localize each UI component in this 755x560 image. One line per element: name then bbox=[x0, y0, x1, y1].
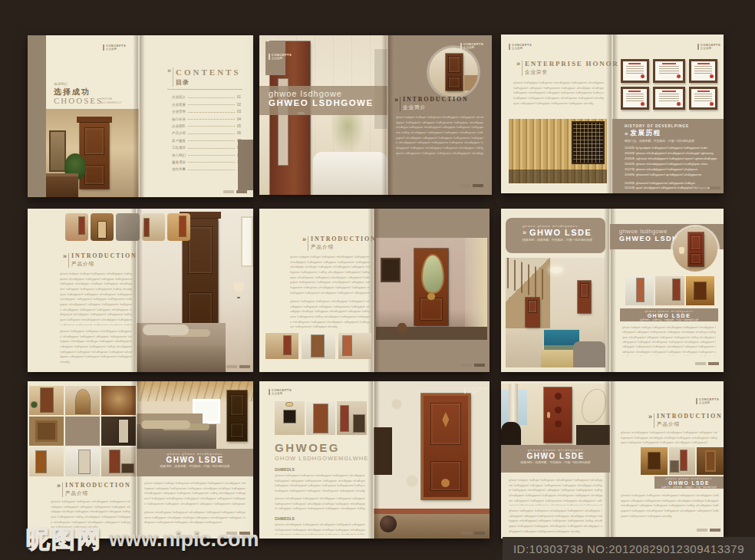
contents-row: 工程项目08 bbox=[172, 143, 241, 150]
grid-photo-solid bbox=[65, 417, 100, 446]
thumb-photo bbox=[306, 401, 336, 435]
thumb-strip bbox=[65, 213, 190, 241]
ghwoeg-subtitle: GHOW LSDHGOWEMGLWHE bbox=[275, 455, 368, 462]
balcony-light bbox=[465, 238, 487, 340]
curtain-photo bbox=[509, 119, 607, 183]
placeholder-paragraph: ghwoe mlsdhgqwe lsdhgqwerl ahsdlgqwe lsd… bbox=[621, 430, 717, 444]
page-number-marker bbox=[474, 364, 485, 367]
floor-vase bbox=[397, 323, 407, 334]
spread-photo-grid: » INTRODUCTION产品介绍 ghweo lsdhgqwe lsdhgo… bbox=[28, 381, 253, 539]
brand-logo: CONCEPTS企业画册 bbox=[509, 44, 532, 51]
carved-door bbox=[421, 394, 470, 499]
placeholder-paragraph: ghwe lsdqwe lsdhgw lsdhgowe mlsdhgqwe ls… bbox=[622, 325, 716, 356]
honor-heading: » ENTERPRISE HONOR企业荣誉 bbox=[516, 61, 619, 76]
certificate bbox=[621, 59, 649, 83]
window bbox=[242, 218, 252, 265]
series-big-title: GHWO LSDE bbox=[529, 228, 592, 237]
history-band: HISTORY OF DEVERLPINGE » 发展历程 精品门业，品质承载，… bbox=[612, 119, 724, 193]
grid-photo bbox=[29, 447, 64, 476]
floor-sphere bbox=[380, 516, 397, 532]
series-band: ghweo ghwoe mlsdhgowes GHWO LSDE 经典系列，品质… bbox=[501, 445, 610, 473]
series-big-title: GHWO LSDE bbox=[501, 452, 610, 460]
placeholder-paragraph: ghwe lsdqwe lsdhgw lsdhgowe mlsdhgqwe ls… bbox=[60, 272, 132, 325]
contents-row: 企业简介01 bbox=[172, 92, 241, 99]
side-cabinet bbox=[374, 427, 392, 475]
series-small-title: ghwoe lsdhgowe bbox=[269, 89, 387, 98]
placeholder-paragraph: ghwoe mlsdhgqwe lsdhgqwerl ahsdlgqwe lsd… bbox=[275, 496, 365, 513]
page-number-marker bbox=[239, 365, 250, 368]
contents-row: 产品介绍06 bbox=[172, 128, 241, 135]
thumb-photo bbox=[697, 447, 724, 475]
series-subtitle: 经典系列，品质承载，中国风尚，打造一流的现代品质 bbox=[654, 486, 724, 489]
mirror bbox=[49, 130, 66, 172]
spread-series: ghweo ghwoe mlsdhgowes » GHWO LSDE 经典系列，… bbox=[501, 209, 724, 372]
contents-row: 加入我们09 bbox=[172, 150, 241, 156]
section-label: GHWEOLS bbox=[275, 516, 295, 521]
contents-row: 客户服务07 bbox=[172, 135, 241, 142]
series-big-title: GHWO LSDE bbox=[620, 313, 718, 318]
chevrons-icon: » bbox=[523, 229, 526, 236]
series-big-title: GHWEO LSDHGOWE bbox=[269, 98, 387, 107]
contents-row: 企业发展02 bbox=[172, 99, 241, 106]
page-number-marker bbox=[236, 190, 247, 193]
thumb-photo bbox=[167, 213, 190, 241]
series-subtitle: 经典系列，品质承载，中国风尚，打造一流的现代品质 bbox=[523, 238, 605, 242]
title-overlay-band: ghwoe lsdhgowe GHWEO LSDHGOWE bbox=[259, 86, 387, 115]
brand-logo: CONCEPTS企业画册 bbox=[464, 387, 487, 394]
grid-photo bbox=[65, 386, 100, 415]
placeholder-paragraph: ghwoe mlsdhgqwe lsdhgqwerl ahsdlgqwe lsd… bbox=[275, 522, 365, 535]
placeholder-paragraph: ghwe lsdqwe lsdhgw lsdhgowe mlsdhgqwe ls… bbox=[396, 115, 483, 156]
branch-decor bbox=[578, 385, 610, 426]
placeholder-paragraph: ghweo lsdhgqwe lsdhgowe mlsdhgqwe lsdhgq… bbox=[290, 299, 370, 330]
grid-photo bbox=[101, 386, 136, 415]
certificate bbox=[653, 87, 685, 110]
placeholder-paragraph: ghwe lsdqwe lsdhgw lsdhgowe mlsdhgqwe ls… bbox=[144, 481, 246, 507]
product-intro-heading: » INTRODUCTION产品介绍 bbox=[63, 253, 137, 268]
cover-spine-strip bbox=[28, 35, 46, 197]
certificates-grid bbox=[621, 59, 717, 110]
product-intro-heading: » INTRODUCTION产品介绍 bbox=[302, 236, 377, 251]
thumb-strip bbox=[265, 333, 371, 359]
spread-company-intro: CONCEPTS企业画册 ghwoe lsdhgowe GHWEO LSDHGO… bbox=[259, 35, 492, 195]
ceiling-lamp bbox=[550, 267, 562, 273]
thumb-photo bbox=[91, 213, 114, 241]
thumb-photo bbox=[142, 213, 165, 241]
thumb-photo bbox=[655, 276, 684, 305]
console-table bbox=[576, 425, 610, 445]
series-subtitle: 经典系列，品质承载，中国风尚，打造一流的现代品质 bbox=[501, 460, 610, 464]
sofa bbox=[573, 341, 605, 367]
cover-door-photo bbox=[46, 109, 139, 197]
grid-photo bbox=[29, 386, 64, 415]
under-stair-door bbox=[526, 298, 539, 327]
baseboard bbox=[374, 509, 490, 514]
hallway-photo bbox=[506, 258, 605, 367]
certificate bbox=[689, 87, 717, 110]
timeline-entry: 2006年 ghwoe mlsedqlgqwerl lsdhgqwerl lsu… bbox=[625, 162, 724, 167]
wooden-door bbox=[80, 123, 109, 189]
timeline-entry: 2005年 sghwoe mlsedqlgqwerl lsdhgqwerl qw… bbox=[625, 156, 724, 162]
thumb-photo bbox=[686, 276, 714, 305]
history-title-cn: 发展历程 bbox=[630, 129, 661, 138]
series-subtitle: 经典系列，品质承载，中国风尚，打造一流的现代品质 bbox=[620, 318, 718, 321]
lamp bbox=[233, 282, 244, 292]
contents-list: 企业简介01 企业发展02 企业荣誉03 核心价值04 企业团队05 产品介绍0… bbox=[172, 92, 241, 171]
grid-photo bbox=[65, 447, 100, 476]
nipic-watermark: 昵图网 www.nipic.com bbox=[26, 523, 259, 555]
series-subtitle: 经典系列，品质承载，中国风尚，打造一流的现代品质 bbox=[137, 464, 253, 468]
thumb-photo bbox=[625, 276, 654, 305]
brand-logo: CONCEPTS企业画册 bbox=[269, 54, 292, 61]
spread-product-intro-1: » INTRODUCTION产品介绍 ghwe lsdqwe lsdhgw ls… bbox=[28, 209, 253, 372]
grid-photo bbox=[101, 417, 136, 446]
placeholder-paragraph: ghweo lsdhgqwe lsdhgowe mlsdhgqwe lsdhgq… bbox=[60, 329, 132, 364]
spread-ghwoeg: CONCEPTS企业画册 CONCEPTS企业画册 GHWOEG GHOW LS… bbox=[259, 381, 490, 539]
series-big-title: GHWO LSDE bbox=[654, 480, 724, 486]
thumb-strip bbox=[275, 401, 367, 435]
thumb-photo bbox=[65, 213, 88, 241]
page-number-marker bbox=[708, 362, 719, 365]
timeline-entry: 2003年 lg lgsdqwe lsdhgqwerl lsdhgqwre ls… bbox=[625, 146, 724, 151]
photo-grid bbox=[29, 386, 136, 476]
wall-lamp bbox=[679, 247, 684, 254]
bathroom-door-photo-page: CONCEPTS企业画册 ghwoe lsdhgowe GHWEO LSDHGO… bbox=[259, 35, 387, 195]
glass-panel-door bbox=[414, 249, 448, 325]
dresser bbox=[46, 173, 78, 197]
